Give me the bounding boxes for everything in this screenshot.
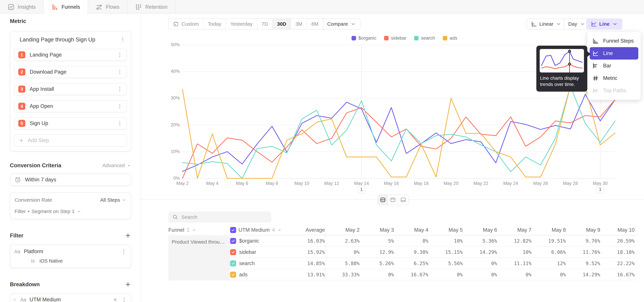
- chart-type-dropdown[interactable]: Line: [586, 18, 622, 30]
- table-row-organic[interactable]: $organic 16.03%2.63%5%8%10%5.36%12.82%19…: [168, 236, 636, 247]
- tab-label: Funnels: [62, 4, 80, 10]
- column-header-may-7[interactable]: May 7: [497, 227, 532, 233]
- series-search[interactable]: [182, 86, 615, 178]
- granularity-label: Day: [568, 21, 577, 27]
- tab-retention[interactable]: Retention: [128, 0, 176, 14]
- funnel-step-4[interactable]: 4 App Open: [14, 100, 127, 112]
- menu-item-bar[interactable]: Bar: [587, 60, 641, 72]
- breakdown-utm-card[interactable]: Aa UTM Medium: [10, 293, 131, 302]
- linear-scale-icon: [531, 21, 537, 27]
- menu-item-funnel-steps[interactable]: Funnel Steps: [587, 35, 641, 47]
- legend-item-search[interactable]: search: [414, 36, 435, 41]
- toggle-table-view[interactable]: [388, 195, 398, 205]
- row-checkbox[interactable]: [230, 249, 236, 255]
- daterange-6m[interactable]: 6M: [307, 19, 323, 29]
- column-header-may-4[interactable]: May 4: [394, 227, 428, 233]
- add-breakdown-button[interactable]: [125, 281, 131, 288]
- chevron-down-icon: [127, 163, 131, 168]
- annotation-badge[interactable]: 1: [358, 186, 366, 194]
- daterange-today[interactable]: Today: [204, 19, 226, 29]
- daterange-3m[interactable]: 3M: [291, 19, 307, 29]
- funnel-column-header[interactable]: Funnel 1: [168, 227, 230, 233]
- kebab-icon[interactable]: [120, 36, 126, 42]
- funnel-step-3[interactable]: 3 App Install: [14, 83, 127, 95]
- select-all-checkbox[interactable]: [230, 227, 236, 233]
- series-ads[interactable]: [182, 86, 615, 178]
- legend-item-ads[interactable]: ads: [443, 36, 457, 41]
- column-header-may-5[interactable]: May 5: [428, 227, 463, 233]
- funnel-step-5[interactable]: 5 Sign Up: [14, 117, 127, 129]
- legend-item-sidebar[interactable]: sidebar: [384, 36, 406, 41]
- filter-value[interactable]: iOS Native: [40, 258, 63, 264]
- daterange-yesterday[interactable]: Yesterday: [226, 19, 257, 29]
- daterange-30d[interactable]: 30D: [273, 19, 291, 29]
- tab-insights[interactable]: Insights: [0, 0, 44, 14]
- column-header-label: May 7: [518, 227, 532, 233]
- column-header-may-9[interactable]: May 9: [566, 227, 600, 233]
- x-tick-label: May 18: [414, 181, 429, 186]
- cell-value: 20.59%: [600, 238, 634, 244]
- compare-button[interactable]: Compare: [323, 18, 360, 30]
- annotation-badge[interactable]: 1: [596, 186, 604, 194]
- column-header-average[interactable]: Average: [286, 225, 325, 235]
- y-tick-label: 50%: [158, 42, 180, 47]
- top-paths-icon: [592, 88, 599, 94]
- funnel-step-1[interactable]: 1 Landing Page: [14, 49, 127, 61]
- step-number-badge: 5: [18, 120, 25, 127]
- kebab-icon[interactable]: [121, 297, 127, 302]
- kebab-icon[interactable]: [117, 103, 123, 109]
- daterange-7d[interactable]: 7D: [257, 19, 273, 29]
- breakdown-header-label: UTM Medium: [238, 227, 270, 233]
- cell-value: 19.51%: [532, 238, 566, 244]
- table-search[interactable]: [168, 212, 271, 223]
- column-header-label: May 8: [552, 227, 566, 233]
- row-checkbox[interactable]: [230, 272, 236, 278]
- column-header-may-10[interactable]: May 10: [600, 227, 634, 233]
- funnel-step-2[interactable]: 2 Download Page: [14, 66, 127, 78]
- chevron-down-icon: [556, 21, 562, 27]
- menu-item-line[interactable]: Line: [590, 47, 638, 60]
- kebab-icon[interactable]: [117, 69, 123, 75]
- filter-segment-dropdown[interactable]: Filter + Segment on Step 1: [14, 208, 126, 214]
- row-name: search: [239, 260, 255, 266]
- table-row-ads[interactable]: ads 13.91%33.33%0%16.67%0%0%0%0%14.29%16…: [168, 269, 636, 280]
- cell-value: 16.67%: [600, 272, 634, 278]
- row-checkbox[interactable]: [230, 260, 236, 266]
- column-header-label: May 9: [586, 227, 600, 233]
- table-row-sidebar[interactable]: sidebar 15.92%0%12.9%9.38%15.15%14.29%10…: [168, 247, 636, 258]
- filter-property-name: Platform: [24, 248, 117, 254]
- toggle-chart-view[interactable]: [398, 195, 408, 205]
- breakdown-column-header[interactable]: UTM Medium 4: [230, 227, 286, 233]
- drag-handle-icon[interactable]: [12, 298, 17, 302]
- row-checkbox[interactable]: [230, 238, 236, 244]
- granularity-dropdown[interactable]: Day: [564, 18, 590, 30]
- filter-platform-card[interactable]: Aa Platform Is iOS Native: [10, 244, 131, 268]
- daterange-label: Yesterday: [230, 21, 252, 27]
- close-icon[interactable]: [113, 297, 118, 302]
- column-header-may-8[interactable]: May 8: [532, 227, 566, 233]
- column-header-may-6[interactable]: May 6: [463, 227, 497, 233]
- conversion-window[interactable]: Within 7 days: [10, 174, 131, 186]
- search-input[interactable]: [182, 214, 262, 220]
- column-header-may-2[interactable]: May 2: [325, 227, 360, 233]
- all-steps-dropdown[interactable]: All Steps: [100, 197, 126, 203]
- daterange-custom[interactable]: Custom: [169, 19, 204, 29]
- table-row-search[interactable]: search 14.85%5.88%5.26%6.25%5.56%0%11.11…: [168, 258, 636, 269]
- advanced-dropdown[interactable]: Advanced: [102, 162, 131, 168]
- add-filter-button[interactable]: [125, 232, 131, 239]
- top-tab-bar: InsightsFunnelsFlowsRetention: [0, 0, 644, 14]
- kebab-icon[interactable]: [121, 248, 127, 254]
- series-sidebar[interactable]: [182, 100, 615, 178]
- scale-dropdown[interactable]: Linear: [526, 18, 566, 30]
- kebab-icon[interactable]: [117, 86, 123, 92]
- column-header-may-3[interactable]: May 3: [360, 227, 394, 233]
- tab-funnels[interactable]: Funnels: [44, 0, 88, 14]
- filter-heading: Filter: [10, 232, 131, 239]
- tab-flows[interactable]: Flows: [88, 0, 128, 14]
- menu-item-metric[interactable]: Metric: [587, 72, 641, 84]
- kebab-icon[interactable]: [117, 120, 123, 126]
- kebab-icon[interactable]: [117, 52, 123, 58]
- add-step-button[interactable]: Add Step: [14, 134, 127, 146]
- toggle-split-view[interactable]: [378, 195, 388, 205]
- legend-item-organic[interactable]: $organic: [352, 36, 376, 41]
